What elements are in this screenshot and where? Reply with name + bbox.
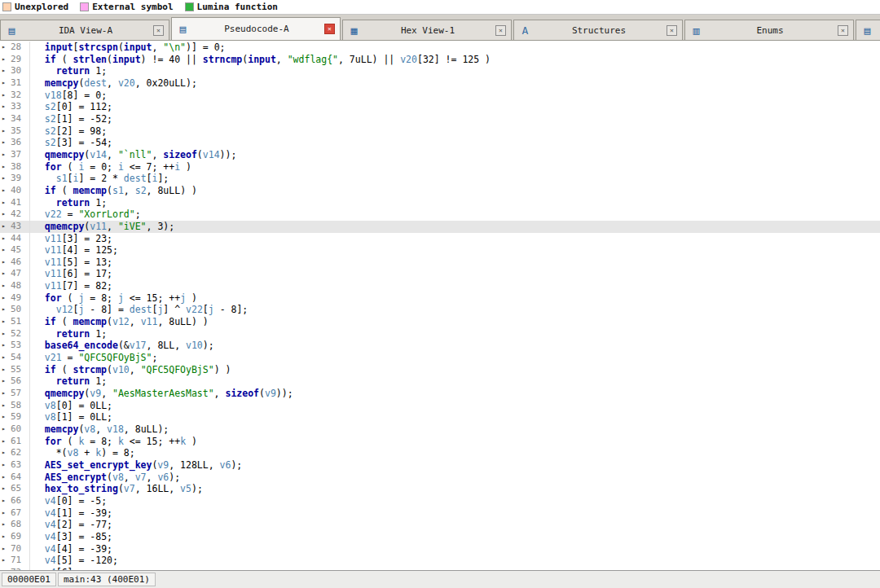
code-text: for ( j = 8; j <= 15; ++j ) (30, 292, 197, 305)
line-marker-icon: ▸ (0, 125, 11, 138)
code-line[interactable]: ▸36 s2[3] = -54; (0, 137, 880, 149)
code-line[interactable]: ▸65 hex_to_string(v7, 16LL, v5); (0, 483, 880, 495)
legend-item: External symbol (80, 2, 173, 11)
code-line[interactable]: ▸30 return 1; (0, 65, 880, 77)
code-line[interactable]: ▸71 v4[5] = -120; (0, 555, 880, 567)
code-line[interactable]: ▸28 input[strcspn(input, "\n")] = 0; (0, 42, 880, 54)
code-line[interactable]: ▸44 v11[3] = 23; (0, 233, 880, 245)
code-line[interactable]: ▸72 v4[6] = (0, 567, 880, 570)
code-line[interactable]: ▸38 for ( i = 0; i <= 7; ++i ) (0, 161, 880, 173)
line-gutter: ▸67 (0, 507, 30, 520)
line-gutter: ▸54 (0, 352, 30, 364)
line-gutter: ▸58 (0, 400, 30, 412)
tab-hex-view-1[interactable]: ▦Hex View-1✕ (342, 20, 512, 40)
code-line[interactable]: ▸56 return 1; (0, 375, 880, 388)
code-line[interactable]: ▸50 v12[j - 8] = dest[j] ^ v22[j - 8]; (0, 304, 880, 316)
line-gutter: ▸53 (0, 340, 30, 352)
code-line[interactable]: ▸34 s2[1] = -52; (0, 113, 880, 125)
code-line[interactable]: ▸57 qmemcpy(v9, "AesMasterAesMast", size… (0, 388, 880, 400)
code-line[interactable]: ▸35 s2[2] = 98; (0, 125, 880, 138)
line-number: 58 (11, 400, 29, 412)
code-line[interactable]: ▸43 qmemcpy(v11, "iVE", 3); (0, 221, 880, 233)
code-text: v4[6] = (30, 567, 90, 570)
close-icon[interactable]: ✕ (324, 24, 335, 34)
close-icon[interactable]: ✕ (153, 25, 164, 36)
close-icon[interactable]: ✕ (838, 25, 848, 36)
code-text: *(v8 + k) = 8; (30, 447, 135, 459)
code-line[interactable]: ▸29 if ( strlen(input) != 40 || strncmp(… (0, 54, 880, 66)
code-line[interactable]: ▸52 return 1; (0, 328, 880, 340)
line-marker-icon: ▸ (0, 555, 11, 567)
pseudocode-view[interactable]: ▸28 input[strcspn(input, "\n")] = 0;▸29 … (0, 41, 880, 570)
code-line[interactable]: ▸46 v11[5] = 13; (0, 257, 880, 269)
code-line[interactable]: ▸32 v18[8] = 0; (0, 90, 880, 102)
code-line[interactable]: ▸47 v11[6] = 17; (0, 268, 880, 280)
line-gutter: ▸34 (0, 113, 30, 125)
code-line[interactable]: ▸37 qmemcpy(v14, "`nll", sizeof(v14)); (0, 149, 880, 161)
tab-label: IDA View-A (18, 25, 153, 36)
line-marker-icon: ▸ (0, 304, 11, 316)
line-marker-icon: ▸ (0, 507, 11, 520)
code-line[interactable]: ▸51 if ( memcmp(v12, v11, 8uLL) ) (0, 316, 880, 328)
close-icon[interactable]: ✕ (495, 25, 506, 36)
tab-ida-view-a[interactable]: ▤IDA View-A✕ (0, 20, 169, 40)
line-number: 40 (11, 185, 29, 197)
code-line[interactable]: ▸63 AES_set_encrypt_key(v9, 128LL, v6); (0, 459, 880, 472)
code-line[interactable]: ▸70 v4[4] = -39; (0, 543, 880, 555)
line-marker-icon: ▸ (0, 280, 11, 292)
code-line[interactable]: ▸67 v4[1] = -39; (0, 507, 880, 520)
code-line[interactable]: ▸64 AES_encrypt(v8, v7, v6); (0, 472, 880, 484)
tab-enums[interactable]: ▥Enums✕ (684, 20, 854, 40)
legend-bar: UnexploredExternal symbolLumina function (0, 0, 880, 15)
code-line[interactable]: ▸53 base64_encode(&v17, 8LL, v10); (0, 340, 880, 352)
line-number: 62 (11, 447, 29, 459)
code-line[interactable]: ▸48 v11[7] = 82; (0, 280, 880, 292)
code-text: return 1; (30, 328, 107, 340)
tab-pseudocode-a[interactable]: ▤Pseudocode-A✕ (171, 17, 341, 40)
line-number: 45 (11, 244, 29, 257)
line-gutter: ▸66 (0, 495, 30, 507)
code-line[interactable]: ▸68 v4[2] = -77; (0, 519, 880, 531)
code-line[interactable]: ▸33 s2[0] = 112; (0, 101, 880, 113)
line-gutter: ▸32 (0, 90, 30, 102)
legend-item: Lumina function (185, 2, 278, 11)
code-line[interactable]: ▸69 v4[3] = -85; (0, 531, 880, 543)
code-line[interactable]: ▸39 s1[i] = 2 * dest[i]; (0, 173, 880, 185)
code-text: if ( strlen(input) != 40 || strncmp(inpu… (30, 54, 491, 66)
code-line[interactable]: ▸59 v8[1] = 0LL; (0, 411, 880, 423)
line-gutter: ▸35 (0, 125, 30, 138)
code-line[interactable]: ▸40 if ( memcmp(s1, s2, 8uLL) ) (0, 185, 880, 197)
code-line[interactable]: ▸31 memcpy(dest, v20, 0x20uLL); (0, 77, 880, 90)
tab-label: Structures (531, 25, 667, 36)
tab-structures[interactable]: AStructures✕ (513, 20, 683, 40)
code-line[interactable]: ▸60 memcpy(v8, v18, 8uLL); (0, 423, 880, 436)
code-line[interactable]: ▸62 *(v8 + k) = 8; (0, 447, 880, 459)
line-marker-icon: ▸ (0, 42, 11, 54)
line-marker-icon: ▸ (0, 423, 11, 436)
line-gutter: ▸47 (0, 268, 30, 280)
code-line[interactable]: ▸58 v8[0] = 0LL; (0, 400, 880, 412)
code-text: v11[7] = 82; (30, 280, 112, 292)
code-line[interactable]: ▸54 v21 = "QFC5QFOyBjS"; (0, 352, 880, 364)
code-text: memcpy(dest, v20, 0x20uLL); (30, 77, 197, 90)
line-marker-icon: ▸ (0, 352, 11, 364)
line-marker-icon: ▸ (0, 436, 11, 448)
code-text: v18[8] = 0; (30, 90, 107, 102)
line-gutter: ▸50 (0, 304, 30, 316)
line-number: 66 (11, 495, 29, 507)
line-marker-icon: ▸ (0, 316, 11, 328)
code-line[interactable]: ▸55 if ( strcmp(v10, "QFC5QFOyBjS") ) (0, 364, 880, 376)
code-line[interactable]: ▸45 v11[4] = 125; (0, 244, 880, 257)
code-line[interactable]: ▸41 return 1; (0, 197, 880, 209)
code-line[interactable]: ▸42 v22 = "XorrLord"; (0, 208, 880, 221)
code-text: v4[1] = -39; (30, 507, 112, 520)
legend-swatch (2, 2, 11, 11)
code-line[interactable]: ▸61 for ( k = 8; k <= 15; ++k ) (0, 436, 880, 448)
tab-partial[interactable]: ▤ (856, 20, 880, 40)
line-number: 32 (11, 90, 29, 102)
code-line[interactable]: ▸66 v4[0] = -5; (0, 495, 880, 507)
code-text: v4[5] = -120; (30, 555, 118, 567)
line-gutter: ▸44 (0, 233, 30, 245)
code-line[interactable]: ▸49 for ( j = 8; j <= 15; ++j ) (0, 292, 880, 305)
close-icon[interactable]: ✕ (667, 25, 677, 36)
